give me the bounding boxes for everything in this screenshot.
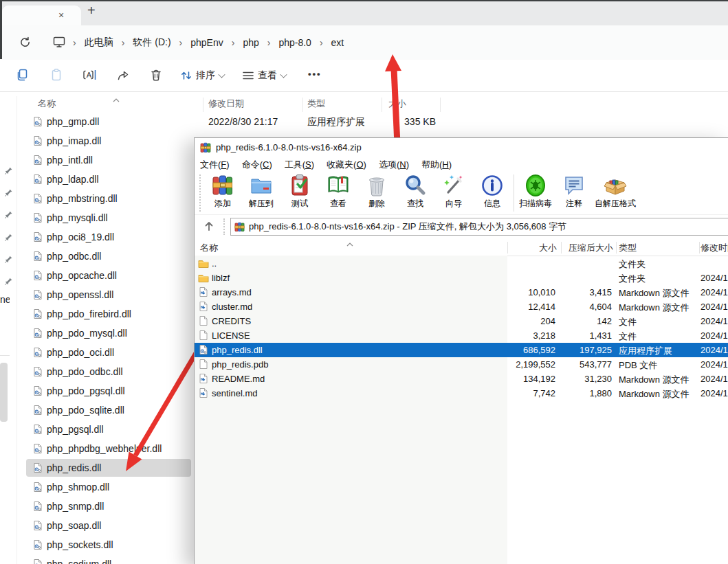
- dll-file-icon: [32, 424, 43, 435]
- copy-icon[interactable]: [15, 68, 29, 82]
- paste-icon[interactable]: [49, 68, 63, 82]
- explorer-file-row[interactable]: php_gmp.dll2022/8/30 21:17应用程序扩展335 KB: [0, 112, 728, 131]
- breadcrumb-item-3[interactable]: php: [237, 37, 264, 48]
- breadcrumb-item-4[interactable]: php-8.0: [273, 37, 316, 48]
- info-icon: [481, 174, 504, 197]
- winrar-window: php_redis-6.1.0-8.0-nts-vs16-x64.zip 文件(…: [194, 137, 728, 564]
- sort-ascending-caret-icon: [346, 242, 354, 247]
- file-name: php_openssl.dll: [47, 289, 113, 300]
- new-tab-button[interactable]: +: [87, 3, 96, 19]
- winrar-file-row[interactable]: README.md134,19231,230Markdown 源文件2024/1: [195, 372, 728, 386]
- view-file-icon: [327, 174, 350, 197]
- file-type: Markdown 源文件: [619, 374, 690, 386]
- file-name: php_imap.dll: [47, 135, 101, 146]
- column-date-modified[interactable]: 修改日期: [208, 98, 244, 110]
- toolbar-button-label: 删除: [368, 198, 385, 210]
- winrar-title-bar[interactable]: php_redis-6.1.0-8.0-nts-vs16-x64.zip: [195, 138, 728, 157]
- dll-file-icon: [32, 443, 43, 454]
- toolbar-button-label: 查看: [330, 198, 346, 210]
- winrar-toolbar-button[interactable]: 信息: [473, 172, 511, 210]
- column-type[interactable]: 类型: [619, 242, 637, 254]
- breadcrumb-item-ext[interactable]: ext: [326, 37, 350, 48]
- winrar-address-bar: php_redis-6.1.0-8.0-nts-vs16-x64.zip - Z…: [195, 215, 728, 238]
- explorer-tab-bar: × +: [0, 1, 728, 25]
- file-name: php_redis.dll: [212, 345, 263, 355]
- column-type[interactable]: 类型: [307, 98, 325, 110]
- file-name: CREDITS: [212, 316, 251, 326]
- winrar-toolbar-button[interactable]: 向导: [434, 172, 473, 210]
- folder-icon: [198, 272, 209, 283]
- breadcrumb-item-0[interactable]: 此电脑: [79, 36, 119, 49]
- file-name: arrays.md: [212, 287, 252, 297]
- more-options-button[interactable]: •••: [308, 69, 322, 79]
- file-date: 2024/1: [701, 287, 728, 297]
- refresh-icon[interactable]: [19, 36, 32, 49]
- winrar-file-row[interactable]: CREDITS204142文件2024/1: [195, 314, 728, 328]
- winrar-toolbar-button[interactable]: 查找: [396, 172, 434, 210]
- winrar-file-row[interactable]: php_redis.pdb2,199,552543,777PDB 文件2024/…: [195, 357, 728, 372]
- column-size[interactable]: 大小: [507, 242, 557, 254]
- winrar-menu-item[interactable]: 选项(N): [379, 159, 409, 171]
- breadcrumb: ›此电脑›软件 (D:)›phpEnv›php›php-8.0›ext: [70, 25, 349, 60]
- toolbar-button-label: 自解压格式: [595, 198, 636, 210]
- toolbar-button-label: 添加: [214, 198, 231, 210]
- winrar-toolbar-button[interactable]: 删除: [357, 172, 396, 210]
- column-name[interactable]: 名称: [38, 98, 56, 110]
- dll-file-icon: [32, 385, 43, 396]
- screen-top-edge: [0, 0, 728, 1]
- column-date-modified[interactable]: 修改时间: [701, 242, 728, 254]
- winrar-file-row[interactable]: cluster.md12,4144,604Markdown 源文件2024/1: [195, 300, 728, 314]
- file-packed-size: 3,415: [557, 287, 612, 297]
- winrar-menu-item[interactable]: 命令(C): [242, 159, 272, 171]
- view-label: 查看: [258, 69, 277, 82]
- tab-close-icon[interactable]: ×: [58, 9, 64, 21]
- explorer-active-tab[interactable]: ×: [2, 5, 81, 26]
- file-name: php_soap.dll: [47, 520, 101, 531]
- sfx-icon: [604, 174, 627, 197]
- file-name: php_pdo_sqlite.dll: [47, 405, 124, 416]
- winrar-toolbar-button[interactable]: 查看: [319, 172, 357, 210]
- winrar-file-row[interactable]: sentinel.md7,7421,880Markdown 源文件2024/1: [195, 386, 728, 401]
- share-icon[interactable]: [116, 68, 130, 82]
- winrar-file-row[interactable]: ..文件夹: [195, 256, 728, 271]
- winrar-file-row[interactable]: arrays.md10,0103,415Markdown 源文件2024/1: [195, 285, 728, 300]
- winrar-toolbar-button[interactable]: 自解压格式: [593, 172, 637, 210]
- winrar-file-row[interactable]: liblzf文件夹2024/1: [195, 271, 728, 285]
- column-name[interactable]: 名称: [200, 242, 218, 254]
- file-date: 2024/1: [701, 345, 728, 355]
- breadcrumb-item-1[interactable]: 软件 (D:): [127, 36, 176, 49]
- file-size: 12,414: [490, 302, 555, 312]
- winrar-file-row[interactable]: php_redis.dll686,592197,925应用程序扩展2024/1: [195, 343, 728, 357]
- winrar-menu-item[interactable]: 收藏夹(O): [327, 159, 366, 171]
- this-pc-icon[interactable]: [52, 35, 66, 49]
- sort-button[interactable]: 排序: [180, 60, 225, 91]
- file-packed-size: 31,230: [557, 374, 612, 384]
- winrar-toolbar-button[interactable]: 测试: [280, 172, 319, 210]
- wizard-icon: [442, 174, 465, 197]
- toolbar-grip: [199, 174, 201, 212]
- file-date: 2024/1: [701, 330, 728, 341]
- winrar-toolbar-button[interactable]: 注释: [555, 172, 593, 210]
- winrar-menu-item[interactable]: 文件(F): [200, 159, 230, 171]
- file-date: 2022/8/30 21:17: [208, 116, 278, 127]
- delete-icon[interactable]: [149, 68, 163, 82]
- winrar-menu-bar: 文件(F)命令(C)工具(S)收藏夹(O)选项(N)帮助(H): [195, 157, 728, 172]
- add-button[interactable]: 添加: [203, 172, 242, 210]
- breadcrumb-item-2[interactable]: phpEnv: [185, 37, 228, 48]
- rename-icon[interactable]: A: [82, 68, 97, 82]
- winrar-menu-item[interactable]: 工具(S): [285, 159, 314, 171]
- view-button[interactable]: 查看: [242, 60, 287, 91]
- winrar-toolbar-button[interactable]: 扫描病毒: [516, 172, 555, 210]
- dll-file-icon: [32, 405, 43, 416]
- file-name: php_pdo_firebird.dll: [47, 308, 131, 319]
- toolbar-button-label: 向导: [445, 198, 462, 210]
- file-date: 2024/1: [701, 273, 728, 283]
- column-size[interactable]: 大小: [388, 98, 406, 110]
- winrar-toolbar-button[interactable]: 解压到: [242, 172, 280, 210]
- winrar-menu-item[interactable]: 帮助(H): [421, 159, 452, 171]
- winrar-file-row[interactable]: LICENSE3,2181,431文件2024/1: [195, 328, 728, 343]
- chevron-down-icon: [218, 71, 225, 78]
- winrar-address-field[interactable]: php_redis-6.1.0-8.0-nts-vs16-x64.zip - Z…: [230, 218, 728, 236]
- up-one-level-button[interactable]: [203, 220, 215, 232]
- column-packed-size[interactable]: 压缩后大小: [562, 242, 613, 254]
